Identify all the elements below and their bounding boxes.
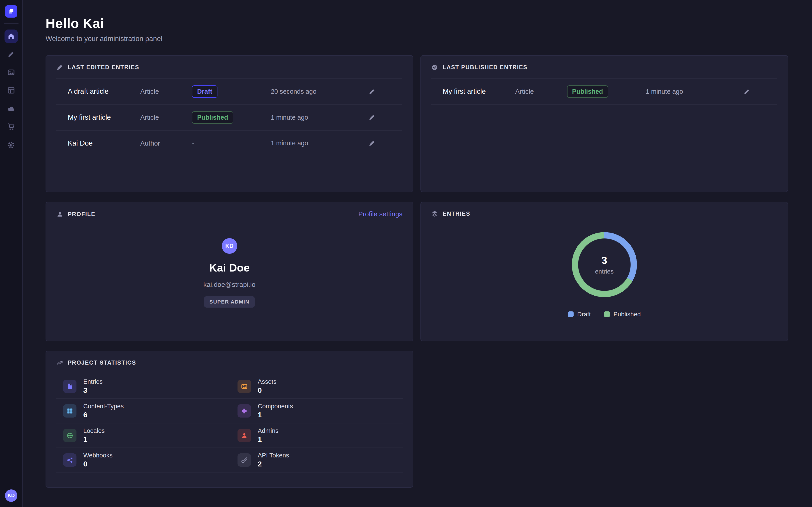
profile-name: Kai Doe	[209, 262, 249, 274]
entries-card-header: Entries	[421, 202, 788, 223]
donut-legend: Draft Published	[568, 311, 641, 318]
last-edited-table: A draft article Article Draft 20 seconds…	[56, 78, 402, 156]
edit-entry-button[interactable]	[365, 111, 379, 124]
dashboard-grid: Last edited entries A draft article Arti…	[46, 55, 789, 488]
last-published-table: My first article Article Published 1 min…	[431, 78, 777, 105]
profile-body: KD Kai Doe kai.doe@strapi.io SUPER ADMIN	[46, 224, 413, 307]
assets-icon	[238, 380, 251, 393]
card-title: Last published entries	[443, 64, 527, 70]
entries-icon	[63, 380, 77, 393]
entry-name: Kai Doe	[68, 139, 140, 147]
legend-label: Draft	[577, 311, 591, 318]
sidebar-item-media-library[interactable]	[4, 66, 18, 79]
entry-updated-time: 1 minute ago	[271, 114, 361, 121]
entry-updated-time: 1 minute ago	[271, 139, 361, 147]
profile-email: kai.doe@strapi.io	[203, 281, 256, 288]
sidebar: KD	[0, 0, 23, 507]
table-row[interactable]: My first article Article Published 1 min…	[56, 105, 402, 131]
layers-icon	[431, 210, 438, 217]
sidebar-user-avatar[interactable]: KD	[5, 490, 17, 502]
entry-name: My first article	[443, 88, 515, 96]
card-title: Entries	[443, 211, 470, 217]
entry-updated-time: 20 seconds ago	[271, 88, 361, 95]
table-row[interactable]: My first article Article Published 1 min…	[431, 79, 777, 105]
stat-value: 2	[258, 460, 289, 468]
pencil-icon	[368, 88, 375, 95]
status-badge: Published	[192, 111, 233, 124]
donut-center: 3 entries	[572, 232, 637, 297]
media-library-icon	[7, 68, 15, 76]
entry-name: My first article	[68, 113, 140, 121]
pencil-icon	[368, 140, 375, 147]
entry-type: Author	[140, 139, 192, 147]
stat-label: API Tokens	[258, 452, 289, 459]
stats-grid: Entries 3 Assets 0	[56, 374, 402, 472]
card-title: Profile	[68, 211, 95, 217]
content-type-builder-icon	[7, 51, 15, 58]
edit-entry-button[interactable]	[365, 85, 379, 99]
entry-type: Article	[140, 88, 192, 95]
stat-label: Components	[258, 403, 293, 410]
sidebar-item-marketplace[interactable]	[4, 120, 18, 133]
status-badge: Draft	[192, 86, 217, 98]
stat-components: Components 1	[230, 399, 403, 424]
entry-type: Article	[515, 88, 567, 95]
table-row[interactable]: A draft article Article Draft 20 seconds…	[56, 79, 402, 105]
card-title: Last edited entries	[68, 64, 139, 70]
sidebar-item-deploy[interactable]	[4, 102, 18, 115]
entry-name: A draft article	[68, 88, 140, 96]
stat-value: 1	[83, 435, 105, 444]
stat-value: 6	[83, 411, 123, 419]
edit-entry-button[interactable]	[740, 85, 754, 99]
edit-entry-button[interactable]	[365, 136, 379, 150]
stat-value: 3	[83, 386, 103, 395]
stat-api-tokens: API Tokens 2	[230, 448, 403, 472]
project-statistics-card: Project Statistics Entries 3	[46, 351, 413, 488]
check-circle-icon	[431, 64, 438, 71]
legend-item-published: Published	[604, 311, 641, 318]
sidebar-item-settings[interactable]	[4, 138, 18, 152]
entry-type: Article	[140, 114, 192, 121]
stat-value: 1	[258, 411, 293, 419]
entries-card: Entries 3 entries Draft	[420, 202, 788, 341]
draft-swatch	[568, 312, 573, 317]
strapi-logo[interactable]	[5, 5, 17, 17]
cloud-icon	[7, 105, 15, 112]
published-swatch	[604, 312, 610, 317]
strapi-admin-dashboard: KD Hello Kai Welcome to your administrat…	[0, 0, 812, 507]
role-badge: SUPER ADMIN	[204, 296, 254, 307]
webhooks-icon	[63, 453, 77, 467]
stat-webhooks: Webhooks 0	[56, 448, 230, 472]
person-icon	[56, 211, 63, 218]
locales-icon	[63, 429, 77, 442]
stat-admins: Admins 1	[230, 424, 403, 448]
sidebar-item-home[interactable]	[4, 30, 18, 43]
stat-label: Webhooks	[83, 452, 112, 459]
sidebar-divider	[4, 23, 18, 24]
pencil-icon	[56, 64, 63, 71]
stat-content-types: Content-Types 6	[56, 399, 230, 424]
sidebar-item-content-manager[interactable]	[4, 84, 18, 97]
profile-card-header: Profile Profile settings	[46, 202, 413, 224]
trending-up-icon	[56, 359, 63, 366]
status-badge: Published	[567, 86, 608, 98]
home-icon	[7, 32, 15, 40]
last-published-entries-card: Last published entries My first article …	[420, 55, 788, 192]
card-title: Project Statistics	[68, 359, 136, 366]
last-edited-entries-card: Last edited entries A draft article Arti…	[46, 55, 413, 192]
legend-label: Published	[613, 311, 641, 318]
gear-icon	[7, 141, 15, 149]
table-row[interactable]: Kai Doe Author - 1 minute ago	[56, 131, 402, 157]
last-published-card-header: Last published entries	[421, 56, 788, 76]
profile-settings-link[interactable]: Profile settings	[358, 210, 403, 218]
pencil-icon	[368, 114, 375, 121]
entries-count-label: entries	[595, 268, 614, 275]
stat-value: 0	[83, 460, 112, 468]
stat-label: Locales	[83, 427, 105, 435]
api-tokens-icon	[238, 453, 251, 467]
sidebar-item-content-type-builder[interactable]	[4, 48, 18, 61]
entries-count: 3	[602, 254, 607, 266]
page-subtitle: Welcome to your administration panel	[46, 35, 789, 43]
legend-item-draft: Draft	[568, 311, 591, 318]
stat-label: Entries	[83, 378, 103, 385]
